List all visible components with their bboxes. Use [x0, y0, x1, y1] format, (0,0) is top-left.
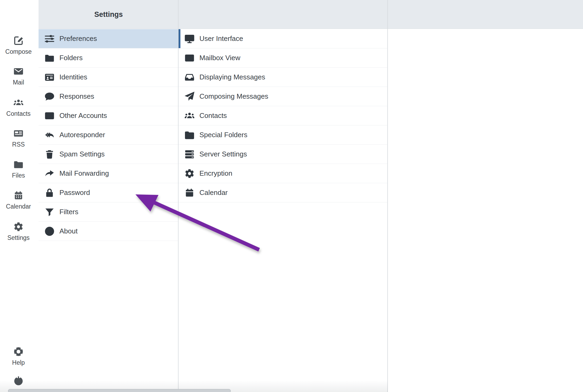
section-item-user-interface[interactable]: User Interface [179, 29, 387, 48]
settings-title: Settings [39, 0, 179, 29]
settings-item-responses[interactable]: Responses [39, 87, 178, 106]
envelope-outline-icon [44, 110, 55, 121]
settings-item-label: Mail Forwarding [59, 169, 109, 178]
settings-item-label: Filters [59, 208, 78, 216]
settings-item-label: Responses [59, 92, 94, 101]
settings-item-label: Spam Settings [59, 150, 105, 158]
sidebar-item-label: Mail [13, 79, 24, 86]
sidebar-item-label: Files [12, 172, 25, 179]
section-item-server-settings[interactable]: Server Settings [179, 145, 387, 164]
settings-item-label: Other Accounts [59, 112, 107, 120]
question-circle-icon [44, 226, 55, 237]
section-item-label: Displaying Messages [199, 73, 265, 81]
section-item-mailbox-view[interactable]: Mailbox View [179, 48, 387, 68]
sidebar-item-label: Settings [7, 234, 29, 241]
power-icon [13, 375, 24, 387]
section-item-contacts[interactable]: Contacts [179, 106, 387, 125]
settings-item-password[interactable]: Password [39, 183, 178, 202]
paper-plane-icon [184, 91, 195, 102]
settings-item-mail-forwarding[interactable]: Mail Forwarding [39, 164, 178, 183]
preference-sections-list: User InterfaceMailbox ViewDisplaying Mes… [179, 29, 387, 202]
sidebar-item-files[interactable]: Files [0, 159, 37, 179]
section-item-label: Composing Messages [199, 92, 268, 101]
filter-icon [44, 206, 55, 218]
settings-item-label: Preferences [59, 34, 97, 43]
sidebar-item-label: Calendar [6, 203, 31, 210]
sidebar-item-label: Contacts [6, 110, 31, 117]
settings-item-label: Identities [59, 73, 87, 81]
section-item-label: Encryption [199, 169, 232, 178]
app-sidebar: ComposeMailContactsRSSFilesCalendarSetti… [0, 0, 39, 392]
section-item-encryption[interactable]: Encryption [179, 164, 387, 183]
envelope-outline-icon [184, 52, 195, 64]
help-icon [13, 346, 24, 357]
horizontal-scrollbar-thumb[interactable] [8, 389, 231, 392]
settings-item-label: About [59, 227, 78, 235]
users-icon [184, 110, 195, 121]
sidebar-item-power[interactable] [0, 375, 37, 387]
compose-icon [13, 35, 24, 46]
mail-icon [13, 66, 24, 77]
inbox-icon [184, 72, 195, 83]
content-pane [388, 29, 583, 392]
gear-icon [184, 168, 195, 179]
settings-item-preferences[interactable]: Preferences [39, 29, 178, 48]
sidebar-item-settings[interactable]: Settings [0, 221, 37, 241]
sidebar-item-compose[interactable]: Compose [0, 35, 37, 55]
sidebar-item-mail[interactable]: Mail [0, 66, 37, 86]
sidebar-item-label: Compose [5, 48, 32, 55]
settings-item-spam-settings[interactable]: Spam Settings [39, 145, 178, 164]
sidebar-item-rss[interactable]: RSS [0, 128, 37, 148]
comment-icon [44, 91, 55, 102]
folder-outline-icon [184, 129, 195, 141]
section-item-displaying-messages[interactable]: Displaying Messages [179, 68, 387, 87]
section-item-calendar[interactable]: Calendar [179, 183, 387, 202]
sidebar-item-label: Help [12, 359, 25, 366]
settings-icon [13, 221, 24, 232]
settings-item-identities[interactable]: Identities [39, 68, 178, 87]
section-item-label: Calendar [199, 189, 228, 197]
sliders-icon [44, 33, 55, 44]
rss-icon [13, 128, 24, 139]
forward-icon [44, 168, 55, 179]
settings-item-label: Password [59, 189, 90, 197]
sidebar-item-label: RSS [12, 141, 25, 148]
settings-item-folders[interactable]: Folders [39, 48, 178, 68]
calendar-solid-icon [184, 187, 195, 198]
settings-item-other-accounts[interactable]: Other Accounts [39, 106, 178, 125]
id-card-icon [44, 72, 55, 83]
settings-item-label: Folders [59, 54, 83, 62]
section-item-label: Special Folders [199, 131, 247, 139]
sidebar-item-help[interactable]: Help [0, 346, 37, 366]
section-item-label: Mailbox View [199, 54, 240, 62]
lock-icon [44, 187, 55, 198]
server-icon [184, 149, 195, 160]
folder-icon [44, 52, 55, 64]
files-icon [13, 159, 24, 170]
sidebar-item-calendar[interactable]: Calendar [0, 190, 37, 210]
settings-item-label: Autoresponder [59, 131, 105, 139]
settings-item-filters[interactable]: Filters [39, 202, 178, 222]
section-item-label: Server Settings [199, 150, 247, 158]
desktop-icon [184, 33, 195, 44]
reply-all-icon [44, 129, 55, 141]
section-item-special-folders[interactable]: Special Folders [179, 125, 387, 145]
contacts-icon [13, 97, 24, 108]
settings-item-autoresponder[interactable]: Autoresponder [39, 125, 178, 145]
sidebar-item-contacts[interactable]: Contacts [0, 97, 37, 117]
settings-menu-list: PreferencesFoldersIdentitiesResponsesOth… [39, 29, 178, 241]
section-item-label: User Interface [199, 34, 243, 43]
section-item-label: Contacts [199, 112, 227, 120]
settings-item-about[interactable]: About [39, 222, 178, 241]
calendar-icon [13, 190, 24, 201]
trash-icon [44, 149, 55, 160]
section-item-composing-messages[interactable]: Composing Messages [179, 87, 387, 106]
